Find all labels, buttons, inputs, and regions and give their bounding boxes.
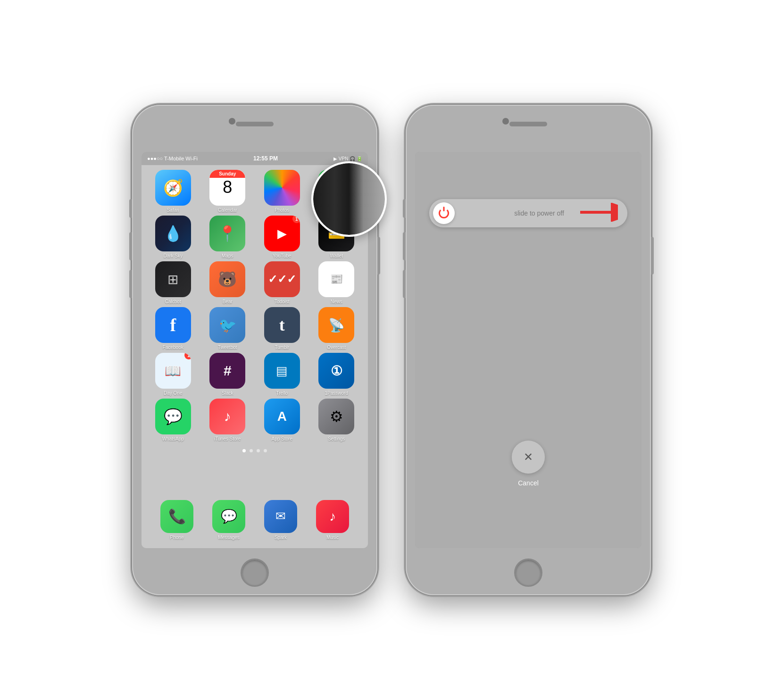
volume-down-button[interactable] [129,270,132,298]
dot-3 [257,449,260,452]
app-trello[interactable]: ▤ Trello [256,353,308,396]
itunes-icon[interactable]: ♪ [209,399,245,434]
speaker-2 [509,122,547,126]
todoist-icon[interactable]: ✓✓✓ [264,261,300,297]
phone-2-screen: slide to power off ✕ Cancel [415,152,641,548]
app-overcast[interactable]: 📡 Overcast [311,307,363,350]
magnifier-circle [311,161,387,237]
tweetbot-icon[interactable]: 🐦 [209,307,245,343]
phone-2: slide to power off ✕ Cancel [406,105,651,595]
dot-2 [250,449,253,452]
app-darksky[interactable]: 💧 Dark Sky [147,216,199,258]
dock-messages[interactable]: 💬 Messages [212,500,245,540]
dock: 📞 Phone 💬 Messages ✉ Spark ♪ Mu [142,496,368,548]
news-icon[interactable]: 📰 [318,261,354,297]
app-whatsapp[interactable]: 💬 WhatsApp [147,399,199,442]
phone-1: ●●●○○ T-Mobile Wi-Fi 12:55 PM ▶ VPN 🎧 🔋 … [132,105,377,595]
trello-icon[interactable]: ▤ [264,353,300,389]
power-button[interactable] [377,237,380,275]
onepassword-icon[interactable]: ① [318,353,354,389]
front-camera-2 [502,118,509,125]
home-button-1[interactable] [241,558,269,587]
slide-to-power-off-label: slide to power off [514,209,564,217]
app-slack[interactable]: # Slack [202,353,254,396]
photos-icon[interactable] [264,170,300,206]
app-itunes[interactable]: ♪ iTunes Store [202,399,254,442]
settings-icon[interactable]: ⚙ [318,399,354,434]
app-calcbot[interactable]: ⊞ Calcbot [147,261,199,304]
status-carrier: ●●●○○ T-Mobile Wi-Fi [147,156,198,161]
maps2-icon[interactable]: 📍 [209,216,245,251]
status-time: 12:55 PM [253,155,278,162]
calcbot-icon[interactable]: ⊞ [155,261,191,297]
bear-icon[interactable]: 🐻 [209,261,245,297]
facebook-icon[interactable]: f [155,307,191,343]
front-camera [229,118,235,125]
dot-4 [264,449,267,452]
app-youtube[interactable]: ▶ 1 YouTube [256,216,308,258]
app-todoist[interactable]: ✓✓✓ Todoist [256,261,308,304]
app-1password[interactable]: ① 1Password [311,353,363,396]
power-button-2[interactable] [651,237,654,275]
safari-icon[interactable]: 🧭 [155,170,191,206]
volume-up-button[interactable] [129,232,132,260]
youtube-icon[interactable]: ▶ 1 [264,216,300,251]
app-photos[interactable]: Photos [256,170,308,213]
app-bear[interactable]: 🐻 Bear [202,261,254,304]
power-off-slider[interactable]: slide to power off [429,199,627,227]
power-knob[interactable] [433,202,455,224]
volume-down-button-2[interactable] [403,270,406,298]
dock-phone[interactable]: 📞 Phone [160,500,193,540]
speaker [236,122,274,126]
app-settings[interactable]: ⚙ Settings [311,399,363,442]
app-safari[interactable]: 🧭 Safari [147,170,199,213]
darksky-icon[interactable]: 💧 [155,216,191,251]
status-icons: ▶ VPN 🎧 🔋 [333,156,362,161]
app-appstore[interactable]: A App Store [256,399,308,442]
dayone-icon[interactable]: 📖 1 [155,353,191,389]
overcast-icon[interactable]: 📡 [318,307,354,343]
cancel-button[interactable]: ✕ [512,441,545,474]
slack-icon[interactable]: # [209,353,245,389]
app-dayone[interactable]: 📖 1 Day One [147,353,199,396]
tumblr-icon[interactable]: t [264,307,300,343]
app-tweetbot[interactable]: 🐦 Tweetbot [202,307,254,350]
app-calendar[interactable]: Sunday 8 Calendar [202,170,254,213]
app-maps-2[interactable]: 📍 Maps [202,216,254,258]
appstore-icon[interactable]: A [264,399,300,434]
power-symbol-icon [439,208,449,218]
app-news[interactable]: 📰 News [311,261,363,304]
page-dots [142,446,368,455]
home-button-2[interactable] [514,558,542,587]
cancel-label: Cancel [518,479,539,487]
app-facebook[interactable]: f Facebook [147,307,199,350]
dock-spark[interactable]: ✉ Spark [264,500,297,540]
mute-button[interactable] [129,199,132,218]
cancel-area: ✕ Cancel [512,441,545,487]
status-bar: ●●●○○ T-Mobile Wi-Fi 12:55 PM ▶ VPN 🎧 🔋 [142,152,368,165]
volume-up-button-2[interactable] [403,232,406,260]
calendar-icon[interactable]: Sunday 8 [209,170,245,206]
red-arrow [580,203,618,224]
mute-button-2[interactable] [403,199,406,218]
dot-1 [242,449,246,452]
dock-music[interactable]: ♪ Music [316,500,349,540]
app-tumblr[interactable]: t Tumblr [256,307,308,350]
whatsapp-icon[interactable]: 💬 [155,399,191,434]
